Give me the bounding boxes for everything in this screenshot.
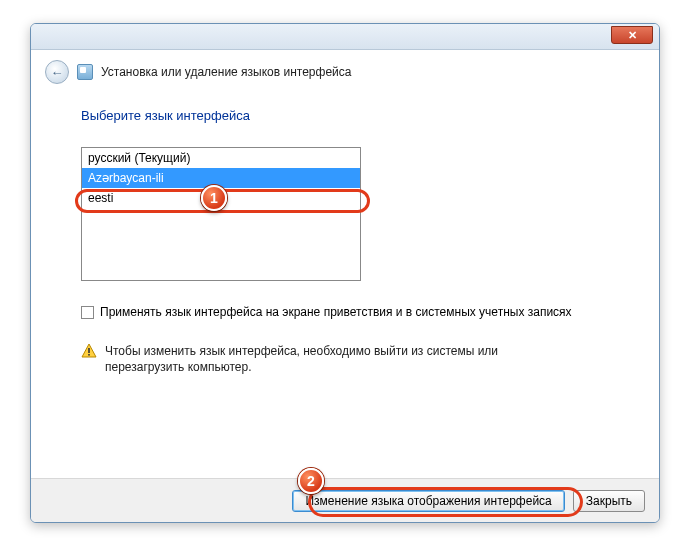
close-icon: ✕ xyxy=(628,29,637,41)
globe-icon xyxy=(77,64,93,80)
language-item[interactable]: eesti xyxy=(82,188,360,208)
warning-text: Чтобы изменить язык интерфейса, необходи… xyxy=(105,343,575,375)
back-button[interactable]: ← xyxy=(45,60,69,84)
language-listbox[interactable]: русский (Текущий)Azərbaycan-ilieesti xyxy=(81,147,361,281)
header-row: ← Установка или удаление языков интерфей… xyxy=(31,50,659,90)
page-heading: Выберите язык интерфейса xyxy=(81,108,629,123)
language-item[interactable]: русский (Текущий) xyxy=(82,148,360,168)
change-display-language-button[interactable]: Изменение языка отображения интерфейса xyxy=(292,490,564,512)
titlebar: ✕ xyxy=(31,24,659,50)
button-bar: Изменение языка отображения интерфейса З… xyxy=(31,478,659,522)
close-window-button[interactable]: ✕ xyxy=(611,26,653,44)
language-item[interactable]: Azərbaycan-ili xyxy=(82,168,360,188)
welcome-screen-checkbox[interactable] xyxy=(81,306,94,319)
svg-rect-2 xyxy=(88,354,90,356)
content-area: Выберите язык интерфейса русский (Текущи… xyxy=(31,90,659,395)
warning-row: Чтобы изменить язык интерфейса, необходи… xyxy=(81,343,629,375)
dialog-window: ✕ ← Установка или удаление языков интерф… xyxy=(30,23,660,523)
window-title: Установка или удаление языков интерфейса xyxy=(101,65,351,79)
svg-rect-1 xyxy=(88,348,90,353)
button-label: Изменение языка отображения интерфейса xyxy=(305,494,551,508)
welcome-screen-checkbox-row: Применять язык интерфейса на экране прив… xyxy=(81,305,629,319)
close-button[interactable]: Закрыть xyxy=(573,490,645,512)
warning-icon xyxy=(81,343,97,359)
back-arrow-icon: ← xyxy=(51,65,64,80)
checkbox-label: Применять язык интерфейса на экране прив… xyxy=(100,305,572,319)
button-label: Закрыть xyxy=(586,494,632,508)
